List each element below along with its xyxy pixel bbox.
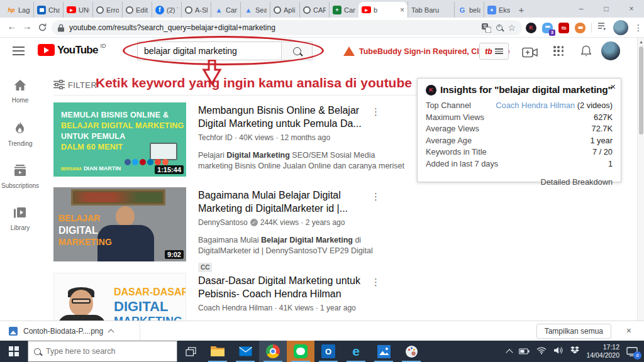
browser-tab[interactable]: +Cam (329, 2, 358, 18)
taskbar-search-input[interactable] (46, 347, 153, 356)
scrollbar-thumb[interactable] (639, 47, 643, 134)
forward-button[interactable]: → (20, 21, 34, 31)
filter-label[interactable]: FILTER (68, 80, 97, 90)
youtube-sidebar: Home Trending Subscriptions Library (0, 65, 40, 321)
photos-taskbar-icon[interactable] (370, 341, 397, 362)
volume-icon[interactable] (553, 346, 564, 357)
youtube-profile-avatar[interactable] (601, 41, 620, 60)
insights-row: Maximum Views627K (426, 112, 613, 124)
mail-taskbar-icon[interactable] (231, 341, 259, 362)
edge-taskbar-icon[interactable]: e (342, 341, 370, 362)
battery-icon[interactable] (519, 346, 530, 357)
window-minimize-button[interactable]: – (569, 0, 594, 18)
browser-tab[interactable]: CAR (299, 2, 329, 18)
browser-tab[interactable]: Ekst (484, 2, 513, 18)
top-channel-link[interactable]: Coach Hendra Hilman (496, 101, 575, 110)
taskbar-search[interactable] (28, 341, 177, 362)
browser-tab[interactable]: f(2) T (152, 2, 181, 18)
action-center-icon[interactable]: 6 (626, 347, 638, 356)
library-icon (13, 207, 26, 221)
browser-tab[interactable]: Edit (122, 2, 152, 18)
address-bar[interactable]: youtube.com/results?search_query=belajar… (52, 20, 522, 35)
taskbar-clock[interactable]: 17:12 14/04/2020 (586, 343, 619, 359)
notifications-bell-icon[interactable] (580, 45, 592, 58)
browser-tab[interactable]: ▶b× (358, 2, 408, 18)
browser-tab[interactable]: hpLagi (4, 2, 33, 18)
video-options-icon[interactable]: ⋮ (371, 106, 380, 118)
file-explorer-taskbar-icon[interactable] (204, 341, 231, 362)
sidebar-item-library[interactable]: Library (11, 207, 30, 231)
scroll-up-arrow[interactable]: ▲ (638, 38, 644, 46)
video-title[interactable]: Bagaimana Mulai Belajar Digital Marketin… (198, 189, 373, 215)
line-taskbar-icon[interactable] (287, 341, 314, 362)
youtube-search-input[interactable] (137, 41, 282, 60)
browser-profile-avatar[interactable] (613, 20, 628, 35)
video-options-icon[interactable]: ⋮ (371, 191, 380, 202)
robot-extension-icon[interactable] (575, 23, 586, 33)
video-byline[interactable]: Coach Hendra Hilman · 41K views · 1 year… (198, 304, 409, 312)
page-scrollbar[interactable]: ▲ (637, 38, 644, 321)
browser-tab[interactable]: ▲Sear (240, 2, 270, 18)
flame-icon (14, 121, 25, 137)
extension-ghost-icon[interactable]: 3 (542, 23, 553, 33)
sidebar-item-subscriptions[interactable]: Subscriptions (1, 165, 39, 189)
translate-icon[interactable] (482, 23, 491, 33)
browser-tab[interactable]: Gbela (454, 2, 484, 18)
insights-title: Insights for "belajar digital marketing" (440, 84, 613, 96)
video-title[interactable]: Membangun Bisnis Online & Belajar Digita… (198, 104, 373, 130)
sidebar-item-home[interactable]: Home (12, 79, 29, 104)
browser-tab[interactable]: Tab Baru (408, 2, 454, 18)
chevron-up-icon[interactable] (108, 329, 114, 336)
download-bar-divider (140, 321, 140, 341)
sidebar-item-trending[interactable]: Trending (8, 121, 32, 147)
youtube-logo[interactable]: YouTube ID (38, 44, 106, 56)
video-thumbnail[interactable]: BELAJAR DIGITAL MARKETING 9:02 (53, 187, 186, 261)
youtube-search-button[interactable] (281, 41, 313, 60)
youtube-apps-icon[interactable] (553, 46, 564, 57)
browser-tab[interactable]: Apli (270, 2, 299, 18)
youtube-region-label: ID (101, 43, 106, 49)
browser-tab[interactable]: A-Sh (181, 2, 211, 18)
browser-tab[interactable]: Chat (33, 2, 63, 18)
create-video-icon[interactable] (522, 47, 538, 58)
insights-close-icon[interactable]: × (610, 81, 616, 92)
outlook-taskbar-icon[interactable]: O (314, 341, 342, 362)
window-maximize-button[interactable]: □ (594, 0, 619, 18)
start-button[interactable] (0, 341, 28, 362)
video-thumbnail[interactable]: MEMULAI BISNIS ONLINE & BELAJAR DIGITAL … (53, 102, 186, 177)
dropbox-icon[interactable] (570, 346, 579, 357)
bookmark-star-icon[interactable]: ☆ (508, 23, 516, 33)
back-button[interactable]: ← (5, 21, 19, 31)
video-options-icon[interactable]: ⋮ (371, 277, 380, 288)
video-byline[interactable]: DennySantoso ✓ 244K views · 2 years ago (198, 218, 409, 227)
download-item[interactable]: Contoh-Biodata-P....png (9, 324, 113, 338)
tubebuddy-menu-button[interactable]: tb (479, 43, 509, 60)
browser-menu-icon[interactable]: ⋮ (634, 23, 643, 33)
gads-favicon: ▲ (214, 6, 223, 14)
video-byline[interactable]: Techfor ID · 40K views · 12 months ago (198, 133, 409, 142)
browser-tab[interactable]: ▲Cam (211, 2, 240, 18)
new-tab-button[interactable]: + (513, 2, 530, 18)
paint-taskbar-icon[interactable] (397, 341, 425, 362)
task-view-button[interactable] (177, 341, 204, 362)
zoom-icon[interactable] (496, 25, 502, 31)
extension-k-icon[interactable]: K (526, 23, 536, 33)
youtube-menu-icon[interactable] (13, 47, 25, 55)
reload-icon[interactable] (35, 23, 49, 34)
detailed-breakdown-link[interactable]: Detailed Breakdown (426, 177, 613, 187)
tubebuddy-extension-icon[interactable]: tb (558, 23, 569, 33)
browser-tab[interactable]: ▶UNG (63, 2, 92, 18)
thumbnail-text: BELAJAR DIGITAL MARKETING (61, 121, 186, 131)
browser-tab[interactable]: Error (92, 2, 122, 18)
window-close-button[interactable]: × (619, 0, 644, 18)
tray-chevron-icon[interactable] (506, 349, 513, 356)
show-all-downloads-button[interactable]: Tampilkan semua (536, 324, 611, 339)
download-bar-close-icon[interactable]: × (626, 326, 631, 336)
video-title[interactable]: Dasar-Dasar Digital Marketing untuk Pebi… (198, 274, 373, 300)
tab-label: Error (106, 6, 119, 14)
media-list-icon[interactable] (597, 22, 608, 33)
filter-icon[interactable] (53, 80, 65, 92)
tab-close-icon[interactable]: × (400, 6, 404, 14)
chrome-taskbar-icon[interactable] (259, 341, 287, 362)
wifi-icon[interactable] (536, 346, 547, 357)
